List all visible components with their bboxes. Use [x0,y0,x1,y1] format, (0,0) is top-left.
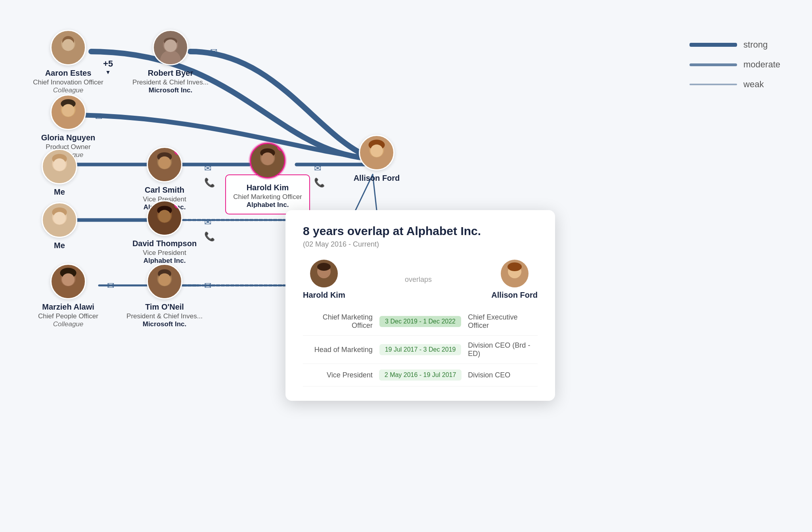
phone-icon-david[interactable]: 📞 [204,232,215,242]
overlap-date-badge-0: 3 Dec 2019 - 1 Dec 2022 [379,316,461,327]
overlap-face-harold [310,260,338,287]
avatar-tim [147,264,182,299]
svg-point-25 [366,155,387,170]
person-name-robert: Robert Byer [148,69,193,78]
avatar-allison [359,135,395,170]
node-allison[interactable]: Allison Ford [345,135,408,183]
badge-harold: ! [277,143,285,151]
email-icon-carl[interactable]: ✉ [204,163,215,174]
overlap-role2-1: Division CEO (Brd - ED) [465,336,538,364]
arrow-down-icon: ▼ [105,69,111,75]
node-me1[interactable]: Me [40,149,79,197]
email-icon-gloria[interactable]: ✉ [95,112,102,122]
svg-point-36 [158,210,171,222]
overlap-person1-name: Harold Kim [303,291,345,300]
svg-point-32 [53,212,66,224]
node-tim[interactable]: Tim O'Neil President & Chief Inves... Mi… [129,264,200,328]
svg-point-17 [154,167,175,182]
avatar-face-robert [154,30,187,65]
legend-label-moderate: moderate [743,59,780,70]
svg-point-13 [49,169,70,184]
overlap-table: Chief Marketing Officer 3 Dec 2019 - 1 D… [303,308,538,387]
person-name-david: David Thompson [132,239,197,248]
overlap-avatar-allison [501,260,529,287]
overlap-date-badge-1: 19 Jul 2017 - 3 Dec 2019 [379,344,462,355]
avatar-david: ! [147,200,182,236]
person-relation-marzieh: Colleague [53,320,84,328]
overlap-dates-0: 3 Dec 2019 - 1 Dec 2022 [376,308,465,336]
avatar-me2 [42,202,77,238]
svg-point-16 [53,158,66,171]
contact-icons-carl[interactable]: ✉ 📞 [204,163,215,188]
phone-icon-carl[interactable]: 📞 [204,178,215,188]
overlap-title: 8 years overlap at Alphabet Inc. [303,224,538,238]
person-relation-aaron: Colleague [53,86,84,94]
person-company-tim: Microsoft Inc. [143,320,187,328]
badge-carl: ! [174,147,182,155]
overlap-role2-0: Chief Executive Officer [465,308,538,336]
avatar-me1 [42,149,77,184]
email-icon-harold[interactable]: ✉ [314,163,325,174]
overlap-date-badge-2: 2 May 2016 - 19 Jul 2017 [379,369,462,381]
main-canvas: strong moderate weak Aaron Estes Chief I… [0,0,812,532]
person-company-harold: Alphabet Inc. [233,201,302,209]
legend: strong moderate weak [689,40,780,90]
avatar-carl: ! [147,147,182,182]
person-name-allison: Allison Ford [354,174,400,183]
email-icon-tim[interactable]: ✉ [204,281,211,291]
node-marzieh[interactable]: Marzieh Alawi Chief People Officer Colle… [33,264,104,328]
phone-icon-harold[interactable]: 📞 [314,178,325,188]
contact-icons-marzieh[interactable]: ✉ [107,281,114,291]
person-name-me2: Me [54,241,65,250]
overlap-center-label: overlaps [405,276,432,284]
legend-label-weak: weak [743,79,764,90]
overlap-face-allison [501,260,529,287]
person-name-harold: Harold Kim [233,183,302,192]
overlap-header: Harold Kim overlaps Allison Ford [303,260,538,300]
email-icon-david[interactable]: ✉ [204,217,215,228]
legend-weak: weak [689,79,780,90]
overlap-row-1: Head of Marketing 19 Jul 2017 - 3 Dec 20… [303,336,538,364]
node-me2[interactable]: Me [40,202,79,250]
harold-info-box: Harold Kim Chief Marketing Officer Alpha… [225,174,310,214]
svg-point-33 [154,221,175,236]
overlap-row-2: Vice President 2 May 2016 - 19 Jul 2017 … [303,364,538,387]
contact-icons-tim[interactable]: ✉ [204,281,211,291]
email-icon-robert[interactable]: ✉ [210,47,217,57]
overlap-person2-name: Allison Ford [491,291,538,300]
avatar-face-me1 [43,149,76,184]
svg-point-6 [160,50,181,65]
node-harold[interactable]: ! Harold Kim Chief Marketing Officer Alp… [226,143,309,214]
svg-point-41 [154,284,175,299]
avatar-marzieh [50,264,86,299]
avatar-face-marzieh [52,264,85,299]
overlap-role1-1: Head of Marketing [303,336,376,364]
email-icon-marzieh[interactable]: ✉ [107,281,114,291]
svg-point-1 [58,50,79,65]
svg-point-48 [505,277,525,287]
person-title-marzieh: Chief People Officer [38,312,98,320]
overlap-role1-2: Vice President [303,364,376,387]
person-title-aaron: Chief Innovation Officer [33,78,103,86]
node-aaron[interactable]: Aaron Estes Chief Innovation Officer Col… [33,30,104,94]
svg-point-29 [49,223,70,238]
svg-point-40 [62,273,75,286]
overlap-popup: 8 years overlap at Alphabet Inc. (02 May… [285,210,555,401]
person-title-robert: President & Chief Inves... [132,78,209,86]
contact-icons-david[interactable]: ✉ 📞 [204,217,215,242]
contact-icons-harold[interactable]: ✉ 📞 [314,163,325,188]
overlap-role1-0: Chief Marketing Officer [303,308,376,336]
person-company-robert: Microsoft Inc. [149,86,193,94]
contact-icons-robert[interactable]: ✉ [210,47,217,57]
plus-badge[interactable]: +5 ▼ [103,59,113,75]
avatar-robert [153,30,188,65]
svg-point-8 [164,39,177,52]
node-david[interactable]: ! David Thompson Vice President Alphabet… [129,200,200,265]
svg-point-47 [317,263,331,271]
svg-point-21 [257,163,278,178]
node-robert[interactable]: Robert Byer President & Chief Inves... M… [135,30,206,94]
person-name-carl: Carl Smith [145,186,184,195]
svg-point-37 [58,284,79,299]
overlap-role2-2: Division CEO [465,364,538,387]
contact-icons-gloria[interactable]: ✉ [95,112,102,122]
